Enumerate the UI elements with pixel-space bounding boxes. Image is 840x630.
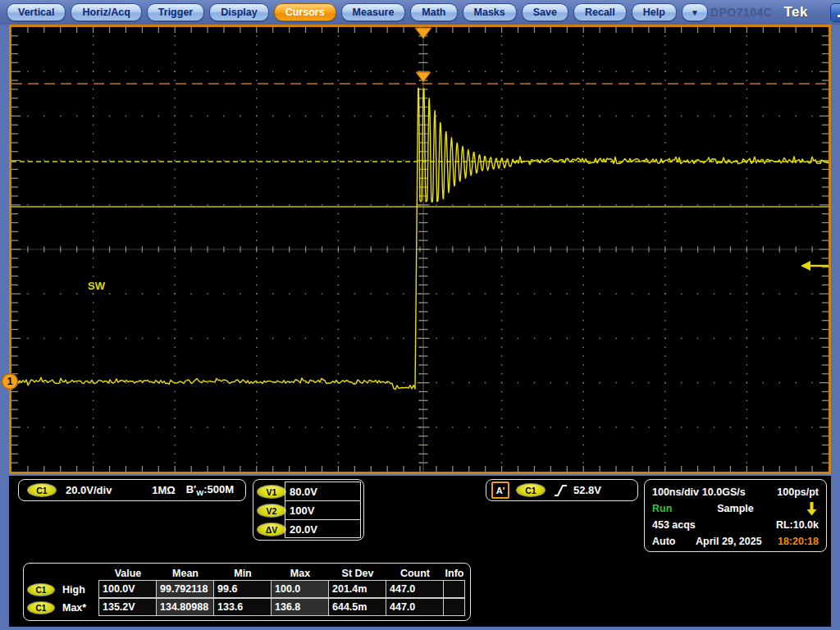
menu-item-horiz-acq[interactable]: Horiz/Acq (71, 3, 141, 21)
time-label: 18:20:18 (778, 536, 819, 547)
oscilloscope-graticule: 1SW (11, 27, 829, 472)
measurement-cell: 136.8 (271, 598, 329, 616)
acquisition-count: 453 acqs (652, 519, 696, 531)
cursor-badge-1[interactable]: V1 (257, 485, 286, 499)
menu-item-vertical[interactable]: Vertical (7, 3, 66, 21)
trigger-level-marker[interactable] (416, 72, 431, 82)
timebase: 100ns/div (652, 486, 699, 498)
rising-edge-icon (554, 483, 568, 498)
measurement-cell: 100.0 (271, 580, 329, 598)
acq-mode: Sample (717, 503, 753, 514)
measurement-cell: 99.792118 (156, 580, 214, 598)
run-status: Run (652, 503, 672, 514)
cursor-value-2: 100V (285, 501, 360, 520)
menu-bar: VerticalHoriz/AcqTriggerDisplayCursorsMe… (0, 0, 840, 25)
measurement-cell: 201.4m (328, 580, 386, 598)
menu-item-cursors[interactable]: Cursors (274, 3, 336, 21)
channel-bandwidth: B′W:500M (186, 483, 234, 497)
measurement-header-info: Info (444, 566, 465, 581)
measurement-header-count: Count (386, 566, 444, 581)
measurement-cell: 133.6 (213, 598, 272, 616)
channel-1-marker-label: 1 (7, 376, 13, 387)
resolution: 100ps/pt (777, 486, 819, 498)
measurement-name: Max* (62, 602, 86, 614)
trigger-source-badge[interactable]: A' (491, 482, 509, 499)
waveform-label-sw: SW (88, 280, 106, 292)
waveform-display[interactable]: 1SW (9, 25, 831, 474)
measurement-channel-badge[interactable]: C1 (27, 601, 55, 614)
channel-badge[interactable]: C1 (27, 483, 57, 497)
measurement-cell: 100.0V (98, 580, 157, 598)
measurement-header-mean: Mean (157, 566, 214, 581)
measurement-cell: 447.0 (386, 580, 444, 598)
cursor-value-3: 20.0V (285, 520, 360, 539)
cursor-badge-2[interactable]: V2 (257, 504, 286, 518)
cursor-badge-3[interactable]: ΔV (257, 523, 286, 536)
measurement-table: ValueMeanMinMaxSt DevCountInfoC1High100.… (23, 563, 471, 621)
measurement-cell: 135.2V (98, 598, 157, 616)
measurement-header-max: Max (272, 566, 329, 581)
tek-logo: Tek (783, 4, 808, 21)
menu-item-recall[interactable]: Recall (573, 3, 627, 21)
trigger-position-arrow-icon (806, 502, 817, 516)
measurement-name: High (62, 584, 85, 596)
measurement-header-st-dev: St Dev (329, 566, 386, 581)
measurement-cell (443, 598, 465, 616)
cursor-readout[interactable]: V1V2ΔV 80.0V100V20.0V (253, 479, 364, 541)
menu-item-save[interactable]: Save (522, 3, 568, 21)
measurement-cell: 134.80988 (156, 598, 214, 616)
trigger-channel-badge[interactable]: C1 (516, 483, 546, 497)
menu-item-help[interactable]: Help (632, 3, 677, 21)
trigger-level: 52.8V (573, 484, 601, 496)
channel-scale: 20.0V/div (66, 484, 112, 496)
menu-item-masks[interactable]: Masks (463, 3, 517, 21)
date-label: April 29, 2025 (696, 536, 762, 547)
minimize-button[interactable] (830, 3, 840, 22)
measurement-row-label: C1High (27, 581, 99, 599)
sample-rate: 10.0GS/s (702, 486, 746, 498)
menu-dropdown-button[interactable]: ▼ (682, 3, 708, 21)
measurement-header-value: Value (99, 566, 157, 581)
menu-item-display[interactable]: Display (209, 3, 268, 21)
measurement-cell: 99.6 (213, 580, 272, 598)
measurement-cell: 644.5m (328, 598, 386, 616)
trigger-position-marker[interactable] (415, 28, 431, 39)
channel-impedance: 1MΩ (152, 484, 175, 496)
record-length: RL:10.0k (776, 519, 819, 531)
model-label: DPO7104C (710, 6, 773, 19)
measurement-header-min: Min (214, 566, 272, 581)
menu-item-trigger[interactable]: Trigger (147, 3, 204, 21)
trigger-mode: Auto (652, 536, 675, 547)
cursor-value-1: 80.0V (285, 482, 360, 501)
trigger-readout[interactable]: A' C1 52.8V (486, 479, 638, 501)
measurement-cell: 447.0 (386, 598, 444, 616)
menu-item-measure[interactable]: Measure (341, 3, 406, 21)
trigger-level-arrow[interactable] (801, 261, 810, 271)
measurement-header-spacer (27, 566, 99, 581)
acquisition-readout: 100ns/div 10.0GS/s 100ps/pt Run Sample 4… (644, 479, 827, 552)
measurement-channel-badge[interactable]: C1 (27, 583, 55, 596)
readout-panel: C1 20.0V/div 1MΩ B′W:500M V1V2ΔV 80.0V10… (9, 476, 831, 627)
menu-item-math[interactable]: Math (410, 3, 457, 21)
measurement-cell (443, 580, 465, 598)
channel-readout[interactable]: C1 20.0V/div 1MΩ B′W:500M (18, 479, 246, 501)
measurement-row-label: C1Max* (27, 599, 99, 617)
